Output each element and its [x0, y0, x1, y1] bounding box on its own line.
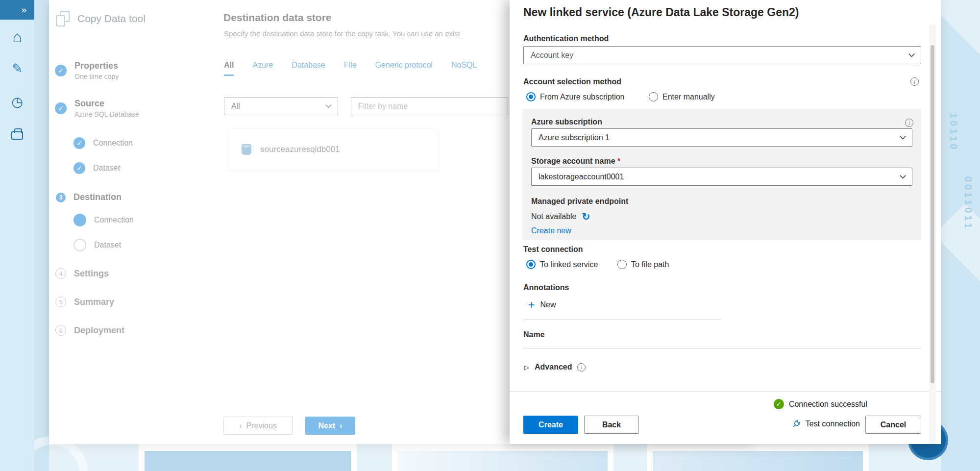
scrollbar-thumb[interactable]	[931, 45, 934, 383]
connection-status-text: Connection successful	[789, 400, 867, 409]
collapse-icon: »	[21, 4, 26, 15]
create-new-link[interactable]: Create new	[531, 226, 571, 235]
info-icon[interactable]: i	[910, 77, 919, 86]
create-button[interactable]: Create	[523, 416, 578, 434]
manage-icon[interactable]	[0, 126, 34, 144]
divider	[523, 348, 921, 348]
radio-selected-icon	[526, 260, 536, 269]
plug-icon	[790, 418, 802, 430]
storage-account-label: Storage account name *	[531, 157, 620, 166]
authentication-method-dropdown[interactable]: Account key	[523, 46, 921, 64]
briefcase-icon	[11, 131, 23, 140]
annotations-name-header: Name	[523, 330, 545, 339]
caret-right-icon: ▷	[524, 364, 529, 371]
radio-label: Enter manually	[662, 93, 715, 101]
radio-enter-manually[interactable]: Enter manually	[649, 92, 715, 101]
monitor-icon[interactable]: ◷	[0, 93, 34, 111]
authentication-method-value: Account key	[531, 51, 573, 60]
managed-private-endpoint-label: Managed private endpoint	[531, 197, 628, 206]
advanced-expander[interactable]: ▷ Advanced i	[524, 363, 586, 372]
test-connection-label: Test connection	[523, 245, 583, 254]
test-connection-link-label: Test connection	[806, 420, 860, 428]
expand-nav-button[interactable]: »	[0, 0, 34, 20]
binary-decor: 10110	[948, 113, 959, 152]
radio-selected-icon	[526, 92, 536, 101]
test-connection-button[interactable]: Test connection	[792, 420, 860, 428]
radio-icon	[649, 92, 658, 101]
storage-account-value: lakestorageaccount0001	[539, 173, 624, 181]
required-asterisk: *	[617, 157, 620, 165]
radio-icon	[617, 260, 627, 269]
radio-label: From Azure subscription	[540, 93, 625, 101]
new-linked-service-panel: New linked service (Azure Data Lake Stor…	[510, 0, 941, 444]
azure-subscription-label: Azure subscription	[531, 118, 602, 126]
radio-from-azure-subscription[interactable]: From Azure subscription	[526, 92, 625, 101]
panel-title: New linked service (Azure Data Lake Stor…	[523, 6, 799, 19]
chevron-down-icon	[900, 133, 906, 140]
connection-status: ✓ Connection successful	[774, 399, 867, 409]
azure-subscription-value: Azure subscription 1	[539, 133, 610, 142]
annotations-label: Annotations	[523, 283, 569, 292]
success-check-icon: ✓	[774, 399, 784, 409]
radio-to-file-path[interactable]: To file path	[617, 260, 669, 269]
plus-icon: +	[528, 300, 535, 310]
azure-subscription-dropdown[interactable]: Azure subscription 1	[531, 128, 912, 147]
account-selection-label: Account selection method	[523, 77, 621, 86]
advanced-label: Advanced	[535, 363, 572, 372]
radio-to-linked-service[interactable]: To linked service	[526, 260, 598, 269]
chevron-down-icon	[908, 51, 915, 57]
add-annotation-button[interactable]: + New	[528, 300, 556, 310]
footer-divider	[510, 391, 941, 392]
binary-decor: 0011011	[962, 176, 974, 231]
managed-private-endpoint-status: Not available ↻	[531, 211, 590, 223]
add-annotation-label: New	[540, 300, 556, 309]
chevron-down-icon	[900, 173, 906, 179]
cancel-button[interactable]: Cancel	[865, 416, 921, 434]
radio-label: To file path	[631, 260, 669, 269]
authentication-method-label: Authentication method	[523, 34, 609, 43]
radio-label: To linked service	[540, 260, 598, 269]
divider	[523, 320, 721, 320]
author-icon[interactable]: ✎	[0, 60, 34, 77]
storage-account-dropdown[interactable]: lakestorageaccount0001	[531, 168, 912, 186]
screen: 10110 0011011 » ⌂ ✎ ◷ Copy Data tool ✓ P…	[0, 0, 980, 471]
info-icon[interactable]: i	[577, 363, 586, 372]
back-button[interactable]: Back	[584, 416, 639, 434]
home-icon[interactable]: ⌂	[0, 27, 34, 47]
status-text: Not available	[531, 212, 577, 221]
refresh-icon[interactable]: ↻	[582, 211, 590, 223]
info-icon[interactable]: i	[905, 119, 913, 127]
subscription-section: Azure subscription i Azure subscription …	[522, 109, 921, 240]
left-nav-rail: » ⌂ ✎ ◷	[0, 0, 34, 471]
